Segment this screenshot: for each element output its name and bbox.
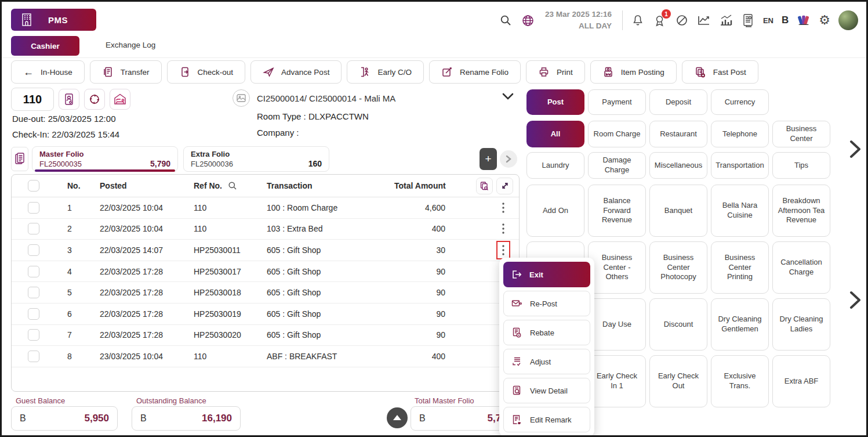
category-miscellaneous[interactable]: Miscellaneous: [649, 152, 707, 179]
in-house-button[interactable]: ← In-House: [11, 60, 85, 84]
rename-folio-button[interactable]: Rename Folio: [429, 60, 521, 84]
notifications-bell-icon[interactable]: [631, 13, 645, 27]
tab-extra-folio[interactable]: Extra Folio FL25000036 160: [183, 146, 329, 172]
item-banquet[interactable]: Banquet: [649, 185, 707, 237]
print-button[interactable]: Print: [526, 60, 585, 84]
item-early-check-in-1[interactable]: Early Check In 1: [588, 355, 646, 407]
row-checkbox[interactable]: [28, 287, 39, 298]
item-business-center-photocopy[interactable]: Business Center Photocopy: [649, 241, 707, 294]
fast-post-button[interactable]: Fast Post: [682, 60, 758, 84]
mode-payment[interactable]: Payment: [588, 89, 646, 115]
category-laundry[interactable]: Laundry: [526, 152, 584, 179]
tab-cashier[interactable]: Cashier: [11, 36, 79, 56]
item-cancellation-charge[interactable]: Cancellation Charge: [772, 241, 830, 294]
menu-item-edit-remark[interactable]: Edit Remark: [503, 407, 590, 432]
item-breakdown-afternoon-tea-revenue[interactable]: Breakdown Afternoon Tea Revenue: [772, 185, 830, 237]
row-menu-kebab-icon[interactable]: [496, 219, 510, 238]
row-checkbox[interactable]: [28, 244, 39, 256]
category-room-charge[interactable]: Room Charge: [588, 121, 646, 147]
category-telephone[interactable]: Telephone: [711, 121, 769, 147]
row-checkbox[interactable]: [28, 266, 39, 277]
room-number-box[interactable]: 110: [11, 88, 54, 111]
menu-item-view-detail[interactable]: View Detail: [503, 378, 590, 403]
menu-item-exit[interactable]: Exit: [503, 262, 590, 287]
globe-icon[interactable]: [521, 13, 535, 27]
tab-exchange-log[interactable]: Exchange Log: [106, 41, 155, 49]
menu-item-adjust[interactable]: Adjust: [503, 349, 590, 374]
language-selector[interactable]: EN: [763, 16, 773, 25]
search-icon[interactable]: [499, 13, 513, 27]
advance-post-button[interactable]: Advance Post: [250, 60, 342, 84]
menu-item-re-post[interactable]: Re-Post: [503, 291, 590, 316]
table-row[interactable]: 1 22/03/2025 10:04 110 100 : Room Charge…: [12, 197, 519, 219]
items-next-page-button[interactable]: [847, 290, 863, 310]
row-checkbox[interactable]: [28, 308, 39, 320]
table-row[interactable]: 2 22/03/2025 10:04 110 103 : Extra Bed 4…: [12, 219, 519, 240]
collapse-panel-button[interactable]: [387, 407, 408, 428]
panel-next-page-button[interactable]: [847, 139, 863, 159]
category-tips[interactable]: Tips: [772, 152, 830, 179]
report-document-icon[interactable]: [741, 13, 755, 27]
row-menu-kebab-icon-highlighted[interactable]: [496, 241, 510, 259]
add-folio-button[interactable]: +: [480, 148, 497, 170]
category-damage-charge[interactable]: Damage Charge: [588, 152, 646, 179]
item-add-on[interactable]: Add On: [526, 185, 584, 237]
item-bella-nara-cuisine[interactable]: Bella Nara Cuisine: [711, 185, 769, 237]
mode-post[interactable]: Post: [526, 89, 584, 115]
room-status-button[interactable]: [110, 89, 130, 110]
folio-list-button[interactable]: [11, 147, 28, 171]
reservation-header[interactable]: CI25000014/ CI25000014 - Mali MA: [233, 89, 395, 107]
item-dry-cleaning-ladies[interactable]: Dry Cleaning Ladies: [772, 298, 830, 351]
item-early-check-out[interactable]: Early Check Out: [649, 355, 707, 407]
item-exclusive-trans[interactable]: Exclusive Trans.: [711, 355, 769, 407]
user-avatar[interactable]: [838, 10, 858, 30]
bar-chart-icon[interactable]: [719, 13, 733, 27]
block-icon[interactable]: [675, 13, 689, 27]
mode-deposit[interactable]: Deposit: [649, 89, 707, 115]
currency-toggle[interactable]: B: [782, 15, 789, 26]
item-business-center-printing[interactable]: Business Center Printing: [711, 241, 769, 294]
transfer-button[interactable]: Transfer: [90, 60, 162, 84]
mode-currency[interactable]: Currency: [711, 89, 769, 115]
table-row[interactable]: 4 22/03/2025 17:28 HP25030017 605 : Gift…: [12, 261, 519, 283]
menu-item-rebate[interactable]: Rebate: [503, 320, 590, 345]
select-all-checkbox[interactable]: [28, 180, 39, 192]
check-out-button[interactable]: Check-out: [167, 60, 246, 84]
copy-search-button[interactable]: [476, 178, 493, 194]
item-discount[interactable]: Discount: [649, 298, 707, 351]
tab-master-folio[interactable]: Master Folio FL25000035 5,790: [32, 146, 178, 172]
ref-search-icon[interactable]: [228, 181, 237, 190]
cell-transaction: 605 : Gift Shop: [260, 245, 387, 255]
guest-card-button[interactable]: [59, 89, 79, 110]
early-checkout-button[interactable]: Early C/O: [347, 60, 424, 84]
table-row[interactable]: 5 22/03/2025 17:28 HP25030018 605 : Gift…: [12, 282, 519, 304]
table-row[interactable]: 6 22/03/2025 17:28 HP25030019 605 : Gift…: [12, 304, 519, 325]
pms-logo-button[interactable]: PMS: [11, 9, 96, 31]
expand-table-button[interactable]: [496, 178, 513, 194]
table-row[interactable]: 7 22/03/2025 17:28 HP25030020 605 : Gift…: [12, 325, 519, 346]
category-transportation[interactable]: Transportation: [711, 152, 769, 179]
item-business-center-others[interactable]: Business Center - Others: [588, 241, 646, 294]
table-row-selected[interactable]: 3 22/03/2025 14:07 HP25030011 605 : Gift…: [12, 240, 519, 261]
row-checkbox[interactable]: [28, 351, 39, 362]
row-menu-kebab-icon[interactable]: [496, 198, 510, 217]
category-restaurant[interactable]: Restaurant: [649, 121, 707, 147]
row-checkbox[interactable]: [28, 329, 39, 341]
item-dry-cleaning-gentlemen[interactable]: Dry Cleaning Gentlemen: [711, 298, 769, 351]
table-row[interactable]: 8 23/03/2025 10:04 110 ABF : BREAKFAST 4…: [12, 346, 519, 367]
category-all[interactable]: All: [526, 121, 584, 147]
item-balance-forward-revenue[interactable]: Balance Forward Revenue: [588, 185, 646, 237]
settings-gear-icon[interactable]: ⚙: [819, 14, 830, 27]
row-checkbox[interactable]: [28, 202, 39, 214]
sync-status-button[interactable]: [84, 89, 105, 110]
rewards-badge-icon[interactable]: 1: [653, 13, 667, 27]
item-extra-abf[interactable]: Extra ABF: [772, 355, 830, 407]
line-chart-icon[interactable]: [697, 13, 711, 27]
theme-palette-icon[interactable]: [797, 13, 811, 27]
item-day-use[interactable]: Day Use: [588, 298, 646, 351]
folio-scroll-right-button[interactable]: [500, 150, 517, 168]
item-posting-button[interactable]: Item Posting: [590, 60, 677, 84]
category-business-center[interactable]: Business Center: [772, 121, 830, 147]
row-checkbox[interactable]: [28, 223, 39, 234]
chevron-down-icon[interactable]: [502, 92, 514, 100]
